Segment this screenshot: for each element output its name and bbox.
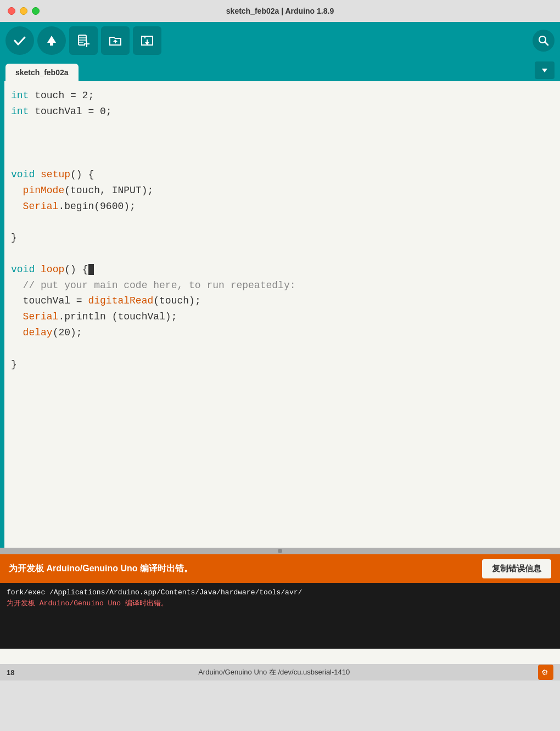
- svg-marker-10: [113, 40, 117, 42]
- code-line: Serial.begin(9600);: [11, 199, 551, 215]
- maximize-button[interactable]: [32, 7, 40, 15]
- search-button[interactable]: [533, 30, 555, 52]
- code-line: int touch = 2;: [11, 88, 551, 104]
- svg-text:⚙: ⚙: [541, 668, 548, 677]
- code-line: [11, 151, 551, 167]
- console-output: fork/exec /Applications/Arduino.app/Cont…: [0, 583, 560, 649]
- tab-bar: sketch_feb02a: [0, 59, 560, 81]
- code-line: [11, 120, 551, 136]
- code-line: int touchVal = 0;: [11, 104, 551, 120]
- console-line: fork/exec /Applications/Arduino.app/Cont…: [7, 587, 553, 598]
- verify-button[interactable]: [5, 26, 34, 55]
- line-indicator: [0, 81, 4, 548]
- status-icon: ⚙: [538, 665, 553, 680]
- svg-rect-1: [50, 43, 53, 46]
- error-message: 为开发板 Arduino/Genuino Uno 编译时出错。: [9, 563, 477, 575]
- open-button[interactable]: [101, 26, 130, 55]
- code-line: pinMode(touch, INPUT);: [11, 183, 551, 199]
- save-button[interactable]: [133, 26, 161, 55]
- resizer-handle: [278, 549, 282, 553]
- code-line: Serial.println (touchVal);: [11, 309, 551, 325]
- cursor: [88, 264, 94, 275]
- console-line: 为开发板 Arduino/Genuino Uno 编译时出错。: [7, 598, 553, 609]
- code-line: [11, 135, 551, 151]
- console-area: 为开发板 Arduino/Genuino Uno 编译时出错。 复制错误信息 f…: [0, 554, 560, 664]
- code-line: [11, 246, 551, 262]
- close-button[interactable]: [8, 7, 15, 15]
- code-editor[interactable]: int touch = 2;int touchVal = 0; void set…: [0, 81, 560, 548]
- toolbar: [0, 22, 560, 59]
- svg-line-15: [545, 42, 548, 46]
- error-bar: 为开发板 Arduino/Genuino Uno 编译时出错。 复制错误信息: [0, 554, 560, 583]
- code-line: [11, 341, 551, 357]
- line-number: 18: [7, 668, 14, 677]
- upload-button[interactable]: [37, 26, 66, 55]
- svg-marker-16: [542, 69, 547, 72]
- code-line: // put your main code here, to run repea…: [11, 278, 551, 294]
- code-line: delay(20);: [11, 325, 551, 341]
- minimize-button[interactable]: [20, 7, 27, 15]
- copy-error-button[interactable]: 复制错误信息: [482, 559, 551, 578]
- title-bar: sketch_feb02a | Arduino 1.8.9: [0, 0, 560, 22]
- panel-resizer[interactable]: [0, 548, 560, 554]
- status-bar: 18 Arduino/Genuino Uno 在 /dev/cu.usbseri…: [0, 664, 560, 681]
- code-line: [11, 214, 551, 230]
- code-line: }: [11, 357, 551, 373]
- code-content[interactable]: int touch = 2;int touchVal = 0; void set…: [0, 81, 560, 379]
- code-line: void loop() {: [11, 262, 551, 278]
- code-line: }: [11, 230, 551, 246]
- tab-dropdown-button[interactable]: [535, 61, 555, 79]
- traffic-lights: [8, 7, 40, 15]
- new-button[interactable]: [69, 26, 98, 55]
- tab-sketch[interactable]: sketch_feb02a: [5, 64, 79, 81]
- window-title: sketch_feb02a | Arduino 1.8.9: [226, 7, 334, 15]
- code-line: void setup() {: [11, 167, 551, 183]
- code-line: touchVal = digitalRead(touch);: [11, 293, 551, 309]
- svg-marker-0: [47, 36, 56, 43]
- board-info: Arduino/Genuino Uno 在 /dev/cu.usbserial-…: [14, 667, 534, 677]
